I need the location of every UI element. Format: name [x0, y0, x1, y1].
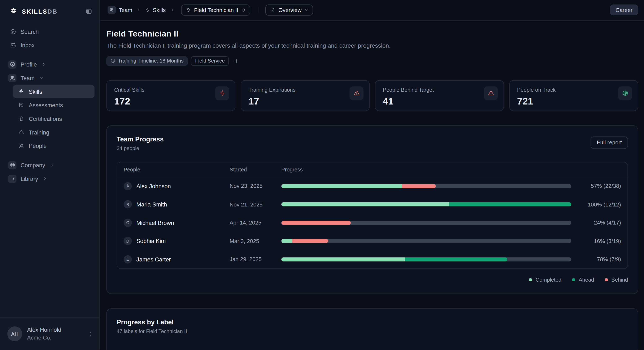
row-avatar: B: [124, 200, 132, 209]
col-started: Started: [230, 166, 281, 172]
sidebar-toggle-icon[interactable]: [86, 8, 92, 14]
breadcrumb-team[interactable]: Team: [119, 7, 132, 13]
page-description: The Field Technician II training program…: [106, 42, 638, 49]
row-avatar: A: [124, 182, 132, 190]
row-progress-bar: [281, 202, 571, 207]
compass-icon: [10, 29, 16, 34]
user-avatar[interactable]: AH: [7, 326, 22, 341]
divider: [258, 7, 258, 13]
program-select[interactable]: Field Technician II: [181, 5, 250, 16]
breadcrumb: Team Skills Field Technician II Overview: [108, 5, 313, 16]
sidebar-item-label: Team: [20, 75, 34, 81]
progress-segment-completed: [281, 202, 450, 207]
sidebar-item-library[interactable]: Library: [5, 172, 94, 185]
table-row[interactable]: D Sophia Kim Mar 3, 2025 16% (3/19): [117, 232, 628, 250]
sidebar-item-company[interactable]: Company: [5, 158, 94, 172]
row-started: Nov 23, 2025: [230, 183, 281, 189]
row-result: 57% (22/38): [571, 183, 621, 189]
stat-card-people-behind-target: People Behind Target 41: [375, 80, 504, 111]
sidebar-item-label: Profile: [20, 61, 37, 68]
tag-label: Field Service: [195, 58, 225, 64]
row-name: James Carter: [136, 256, 171, 262]
behind-dot-icon: [605, 278, 608, 281]
chevron-right-icon: [42, 63, 46, 66]
kebab-menu-icon[interactable]: [88, 331, 93, 336]
sidebar-item-label: Assessments: [29, 102, 63, 108]
stat-label: Critical Skills: [114, 87, 228, 93]
bolt-icon: [215, 86, 229, 100]
panel-subtitle: 47 labels for Field Technician II: [116, 328, 628, 334]
row-name: Sophia Kim: [136, 238, 166, 244]
breadcrumb-skills[interactable]: Skills: [153, 7, 166, 13]
add-tag-icon[interactable]: [234, 58, 239, 63]
stat-card-people-on-track: People on Track 721: [509, 80, 638, 111]
row-result: 78% (7/9): [571, 256, 621, 262]
tag-training-timeline[interactable]: Training Timeline: 18 Months: [106, 56, 188, 66]
alert-triangle-icon: [484, 86, 498, 100]
row-started: Nov 21, 2025: [230, 201, 281, 208]
clock-icon: [110, 58, 116, 63]
ahead-dot-icon: [572, 278, 575, 281]
progress-segment-completed: [281, 184, 402, 188]
sidebar-item-search[interactable]: Search: [5, 25, 94, 38]
col-progress: Progress: [281, 166, 571, 172]
page-title: Field Technician II: [106, 29, 638, 38]
row-avatar: E: [124, 255, 132, 263]
user-name: Alex Honnold: [27, 326, 61, 334]
table-row[interactable]: B Maria Smith Nov 21, 2025 100% (12/12): [117, 195, 628, 214]
progress-by-label-panel: Progress by Label 47 labels for Field Te…: [106, 308, 638, 350]
legend-label: Ahead: [578, 277, 594, 283]
sidebar: SKILLSDB Search Inbox Profile: [0, 0, 100, 350]
sidebar-item-label: Search: [20, 28, 39, 35]
chevron-down-icon: [305, 8, 309, 12]
skillsdb-logo-icon: [9, 7, 18, 16]
layers-icon: [186, 7, 191, 13]
sidebar-item-training[interactable]: Training: [13, 126, 94, 139]
progress-segment-ahead: [450, 202, 571, 207]
row-result: 16% (3/19): [571, 238, 621, 244]
sidebar-item-assessments[interactable]: Assessments: [13, 98, 94, 112]
legend-label: Behind: [611, 277, 628, 283]
table-row[interactable]: C Michael Brown Apr 14, 2025 24% (4/17): [117, 214, 628, 232]
sidebar-nav: Search Inbox Profile Team Skills: [0, 19, 99, 185]
user-meta: Alex Honnold Acme Co.: [27, 326, 61, 342]
tags-row: Training Timeline: 18 Months Field Servi…: [106, 56, 638, 66]
progress-segment-completed: [281, 239, 292, 243]
app-window: SKILLSDB Search Inbox Profile: [0, 0, 644, 350]
sidebar-item-label: Skills: [29, 88, 42, 95]
col-people: People: [124, 166, 230, 172]
view-select[interactable]: Overview: [266, 5, 313, 16]
chevrons-up-down-icon: [242, 8, 246, 12]
row-name: Maria Smith: [136, 201, 167, 208]
sidebar-item-label: Company: [20, 162, 45, 168]
team-progress-table: People Started Progress A Alex Johnson N…: [116, 162, 628, 269]
table-row[interactable]: E James Carter Jan 29, 2025 78% (7/9): [117, 250, 628, 268]
sidebar-item-label: Inbox: [20, 42, 34, 48]
team-progress-panel: Team Progress 34 people Full report Peop…: [106, 125, 638, 294]
tag-field-service[interactable]: Field Service: [191, 56, 229, 66]
row-started: Apr 14, 2025: [230, 220, 281, 226]
full-report-button[interactable]: Full report: [591, 136, 628, 149]
brand-wordmark: SKILLSDB: [22, 8, 58, 15]
library-icon: [8, 175, 16, 183]
stat-label: People Behind Target: [383, 87, 496, 93]
sidebar-item-certifications[interactable]: Certifications: [13, 112, 94, 126]
sidebar-item-skills[interactable]: Skills: [13, 85, 94, 98]
users-icon: [8, 74, 16, 82]
sidebar-item-team[interactable]: Team: [5, 71, 94, 85]
sidebar-item-inbox[interactable]: Inbox: [5, 38, 94, 52]
sidebar-item-profile[interactable]: Profile: [5, 58, 94, 71]
progress-segment-behind: [281, 221, 351, 225]
target-icon: [618, 86, 632, 100]
brand-light: DB: [48, 8, 58, 15]
sidebar-item-people[interactable]: People: [13, 139, 94, 153]
career-button[interactable]: Career: [610, 5, 638, 15]
people-icon: [18, 143, 24, 148]
chevron-down-icon: [40, 76, 44, 80]
table-row[interactable]: A Alex Johnson Nov 23, 2025 57% (22/38): [117, 177, 628, 195]
progress-segment-completed: [281, 257, 405, 261]
brand-bold: SKILLS: [22, 8, 48, 15]
row-name: Michael Brown: [136, 219, 174, 226]
sidebar-item-label: Library: [20, 175, 38, 182]
legend-ahead: Ahead: [572, 277, 594, 283]
